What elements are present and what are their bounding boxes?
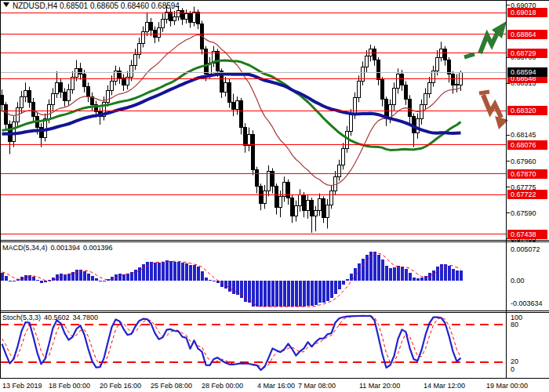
macd-axis-label: 0.005072 [511,245,540,253]
macd-axis-label: -0.003634 [511,299,543,307]
chart-canvas[interactable] [0,0,549,392]
price-level-badge: 0.68320 [507,106,547,115]
price-level-badge: 0.68729 [507,49,547,58]
macd-name: MACD(5,34,4) [2,244,48,252]
time-axis-label: 14 Mar 12:00 [424,382,465,390]
price-tick-label: 0.67960 [511,158,536,165]
time-axis-label: 19 Mar 00:00 [486,382,528,390]
time-axis-label: 25 Feb 08:00 [151,382,192,390]
stoch-axis-label: 0 [511,365,514,373]
time-axis-label: 18 Feb 00:00 [49,382,90,390]
main-price-panel[interactable] [1,5,463,233]
stoch-indicator-label: Stoch(5,3,3)40.560234.7800 [2,314,101,321]
time-axis-label: 7 Mar 08:00 [298,382,336,390]
price-level-badge: 0.67438 [507,230,547,239]
symbol-dropdown-icon[interactable] [3,2,9,7]
time-axis-label: 20 Feb 16:00 [100,382,141,390]
macd-value-main: 0.001394 [51,244,81,252]
chart-title-ohlc: NZDUSD,H4 0.68501 0.68605 0.68460 0.6859… [13,2,180,10]
macd-signal-line [2,253,461,307]
price-level-badge: 0.69018 [507,8,547,17]
price-tick-label: 0.67590 [511,209,536,217]
time-axis-label: 28 Feb 00:00 [202,382,243,390]
trading-chart-window: NZDUSD,H4 0.68501 0.68605 0.68460 0.6859… [0,0,549,392]
price-level-badge: 0.67870 [507,169,547,179]
price-level-badge: 0.67722 [507,190,547,199]
macd-value-signal: 0.001396 [83,244,113,252]
zigzag-arrow-up[interactable] [464,21,507,57]
macd-panel[interactable] [1,252,463,307]
time-axis-label: 11 Mar 20:00 [359,382,400,390]
macd-axis-label: 0.00 [511,277,525,285]
stoch-axis-label: 20 [511,358,518,365]
stoch-panel[interactable] [0,316,507,370]
price-level-badge: 0.68864 [507,30,547,39]
time-axis-label: 13 Feb 2019 [2,382,42,390]
time-axis-label: 4 Mar 16:00 [257,382,295,390]
stoch-value-main: 40.5602 [44,314,70,321]
stoch-axis-label: 80 [511,321,518,328]
price-level-badge: 0.68076 [507,140,547,150]
macd-indicator-label: MACD(5,34,4)0.0013940.001396 [2,244,116,252]
stoch-value-signal: 34.7800 [73,314,99,321]
stoch-name: Stoch(5,3,3) [2,314,41,321]
current-price-badge: 0.68594 [507,67,547,77]
price-tick-label: 0.68145 [511,131,536,139]
